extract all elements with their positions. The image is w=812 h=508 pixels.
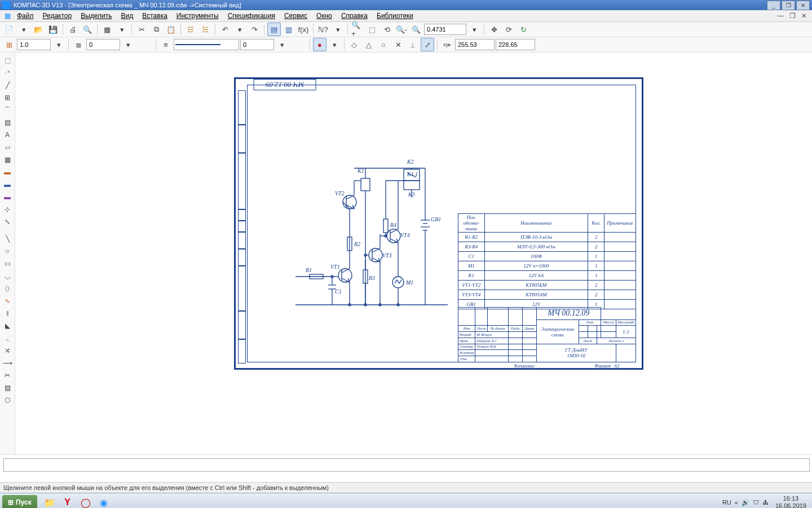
chamfer-button[interactable]: ◣ [1,320,14,331]
mdi-minimize-button[interactable]: — [774,12,787,20]
yandex-icon[interactable]: Y [60,495,76,508]
offset-button[interactable]: ⦀ [1,308,14,319]
zoom-dropdown-icon[interactable]: ▾ [467,23,481,36]
layer-input[interactable] [86,39,120,50]
start-button[interactable]: ⊞Пуск [2,495,37,508]
fillet-button[interactable]: ◟ [1,332,14,344]
menu-service[interactable]: Сервис [280,11,312,21]
dim-button[interactable]: ⊞ [1,92,14,103]
close-button[interactable]: ✕ [796,1,810,10]
table-button[interactable]: ▦ [1,154,14,165]
snap-end-button[interactable]: ◇ [347,38,361,51]
variables-button[interactable]: f(x) [297,23,310,36]
print-button[interactable]: 🖨 [66,23,80,36]
cutplane-button[interactable]: ▦ [100,23,114,36]
help-dropdown-icon[interactable]: ▾ [331,23,345,36]
bound-button[interactable]: ⬡ [1,395,14,406]
ellipse-button[interactable]: ⬯ [1,283,14,294]
zoom-window-button[interactable]: ⬚ [365,23,379,36]
minimize-button[interactable]: _ [767,1,780,10]
restore-button[interactable]: ❐ [782,1,795,10]
spline-button[interactable]: ∿ [1,295,14,306]
new-dropdown-icon[interactable]: ▾ [17,23,30,36]
clock[interactable]: 16:13 16.06.2019 [772,495,810,508]
edit-color3-button[interactable]: ▬ [1,191,14,203]
axis-button[interactable]: ⊹ [1,204,14,215]
circle-button[interactable]: ○ [1,246,14,257]
state-input[interactable] [240,39,274,50]
break-button[interactable]: ⤨ [1,345,14,356]
aux-button[interactable]: ⤡ [1,216,14,227]
cut-button[interactable]: ✂ [135,23,148,36]
zoom-scale-input[interactable] [424,24,466,35]
cutplane-dropdown-icon[interactable]: ▾ [115,23,129,36]
line-button[interactable]: ╱ [1,80,14,91]
grid-dropdown-icon[interactable]: ▾ [52,38,65,51]
snap-perp-button[interactable]: ⟂ [406,38,420,51]
open-button[interactable]: 📂 [32,23,45,36]
tray-shield-icon[interactable]: 🛡 [753,499,759,506]
help-pointer-button[interactable]: ℕ? [316,23,330,36]
new-button[interactable]: 📄 [2,23,16,36]
explorer-icon[interactable]: 📁 [42,495,58,508]
coords-button[interactable]: xy▸ [440,38,454,51]
menu-spec[interactable]: Спецификация [223,11,280,21]
menu-window[interactable]: Окно [312,11,337,21]
arc2-button[interactable]: ◡ [1,270,14,282]
layers-button[interactable]: ≣ [72,38,85,51]
state-dropdown-icon[interactable]: ▾ [275,38,289,51]
edit-color2-button[interactable]: ▬ [1,179,14,190]
lib-button[interactable]: ▥ [282,23,295,36]
preview-button[interactable]: 🔍 [81,23,94,36]
grid-step-input[interactable] [17,39,51,50]
snap-mid-button[interactable]: △ [362,38,376,51]
pan-button[interactable]: ✥ [487,23,501,36]
kompas-icon[interactable]: ◉ [96,495,112,508]
segment-button[interactable]: ╲ [1,233,14,244]
snap-int-button[interactable]: ✕ [391,38,405,51]
menu-help[interactable]: Справка [337,11,372,21]
edit-color1-button[interactable]: ▬ [1,167,14,178]
menu-view[interactable]: Вид [117,11,138,21]
opera-icon[interactable]: ◯ [78,495,94,508]
tray-speaker-icon[interactable]: 🔊 [742,499,749,506]
undo-dropdown-icon[interactable]: ▾ [233,23,246,36]
lead-button[interactable]: ▱ [1,142,14,153]
drawing-canvas[interactable]: МЧ 00.12.09 [15,52,812,454]
arc-button[interactable]: ⌒ [1,104,14,116]
refresh-button[interactable]: ↻ [517,23,530,36]
redo-button[interactable]: ↷ [248,23,261,36]
hatch-button[interactable]: ▧ [1,117,14,128]
snap-nearest-button[interactable]: ● [313,38,326,51]
menu-select[interactable]: Выделить [76,11,116,21]
menu-file[interactable]: Файл [12,11,38,21]
copy-button[interactable]: ⧉ [149,23,163,36]
zoom-in-button[interactable]: 🔍+ [351,23,364,36]
layer-dropdown-icon[interactable]: ▾ [121,38,135,51]
zoom-dyn-button[interactable]: 🔍 [409,23,423,36]
coord-y-input[interactable] [496,39,535,50]
tray-chevron-icon[interactable]: « [735,499,738,506]
orbit-button[interactable]: ⟳ [502,23,515,36]
snap-nearest-dropdown-icon[interactable]: ▾ [328,38,341,51]
save-button[interactable]: 💾 [46,23,60,36]
grid-button[interactable]: ⊞ [2,38,16,51]
undo-button[interactable]: ↶ [218,23,232,36]
menu-insert[interactable]: Вставка [138,11,172,21]
menu-editor[interactable]: Редактор [38,11,77,21]
zoom-out-button[interactable]: 🔍- [395,23,408,36]
copy-props-button[interactable]: ☵ [198,23,212,36]
manager-button[interactable]: ▤ [267,23,281,36]
geometry-button[interactable]: ⬚ [1,55,14,66]
point-button[interactable]: ·⁺ [1,67,14,78]
text-button[interactable]: A [1,129,14,141]
mdi-restore-button[interactable]: ❐ [787,12,798,20]
tray-network-icon[interactable]: 🖧 [762,499,769,506]
snap-tan-button[interactable]: ⤢ [421,38,434,51]
hatch2-button[interactable]: ▨ [1,382,14,393]
menu-libraries[interactable]: Библиотеки [372,11,418,21]
states-button[interactable]: ≡ [159,38,173,51]
rect-button[interactable]: ▭ [1,258,14,269]
extend-button[interactable]: ⟶ [1,357,14,369]
language-indicator[interactable]: RU [722,499,731,506]
